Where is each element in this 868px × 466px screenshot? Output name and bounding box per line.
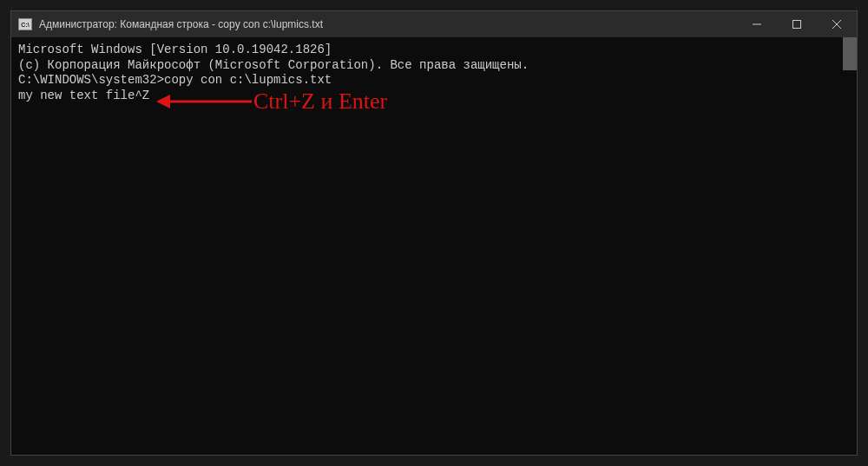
terminal-input-line: my new text file^Z xyxy=(18,89,850,104)
minimize-icon xyxy=(753,20,761,29)
cmd-icon: C:\ xyxy=(18,18,32,30)
terminal-prompt-line: C:\WINDOWS\system32>copy con c:\lupmics.… xyxy=(18,73,850,89)
terminal-output-area[interactable]: Microsoft Windows [Version 10.0.19042.18… xyxy=(11,37,857,455)
window-controls xyxy=(737,11,857,37)
close-button[interactable] xyxy=(817,11,857,37)
terminal-line: (c) Корпорация Майкрософт (Microsoft Cor… xyxy=(18,58,850,74)
window-titlebar[interactable]: C:\ Администратор: Командная строка - co… xyxy=(11,11,857,37)
terminal-line: Microsoft Windows [Version 10.0.19042.18… xyxy=(18,43,850,58)
minimize-button[interactable] xyxy=(737,11,777,37)
maximize-button[interactable] xyxy=(777,11,817,37)
vertical-scrollbar-thumb[interactable] xyxy=(843,37,857,70)
close-icon xyxy=(832,20,841,29)
maximize-icon xyxy=(792,20,801,29)
command-prompt-window: C:\ Администратор: Командная строка - co… xyxy=(10,10,858,456)
svg-rect-1 xyxy=(793,21,801,29)
window-title: Администратор: Командная строка - copy c… xyxy=(39,18,737,30)
